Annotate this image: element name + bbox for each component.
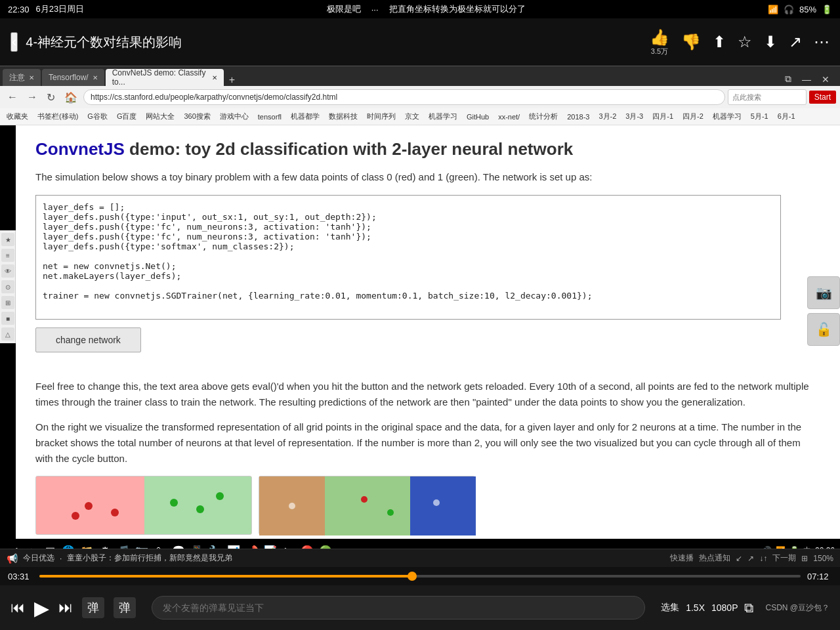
more-button[interactable]: ⋯ (814, 33, 830, 51)
like-button[interactable]: 👍 3.5万 (650, 28, 669, 56)
bookmark-favorites[interactable]: 收藏夹 (4, 111, 31, 122)
bookmark-data[interactable]: 数据科技 (326, 111, 360, 122)
download-button[interactable]: ⬇ (764, 33, 777, 51)
sidebar-icon-grid[interactable]: ⊞ (1, 296, 14, 309)
browser-tab-1[interactable]: 注意 ✕ (3, 69, 41, 86)
notif-btn-3[interactable]: ↗ (747, 554, 754, 563)
sidebar-icon-eye[interactable]: 👁 (1, 264, 14, 278)
preview-right (259, 476, 475, 535)
unlock-icon: 🔓 (816, 322, 832, 337)
dislike-button[interactable]: 👎 (681, 33, 701, 51)
bookmark-apr1[interactable]: 四月-1 (650, 111, 676, 122)
home-button[interactable]: 🏠 (61, 90, 81, 105)
pip-button[interactable]: ⧉ (744, 600, 753, 616)
bookmark-mar2[interactable]: 3月-2 (596, 111, 619, 122)
new-tab-button[interactable]: + (225, 74, 239, 86)
bookmark-ml2[interactable]: 机器学习 (710, 111, 744, 122)
skip-back-button[interactable]: ⏮ (10, 599, 25, 616)
quality-button[interactable]: 1080P (711, 602, 738, 613)
upload-button[interactable]: ⬆ (713, 33, 726, 51)
browser-content: ConvnetJS demo: toy 2d classification wi… (16, 125, 840, 539)
bookmark-2018[interactable]: 2018-3 (564, 112, 592, 121)
bookmark-tf[interactable]: tensorfl (255, 112, 284, 121)
skip-forward-button[interactable]: ⏭ (58, 599, 73, 616)
play-pause-button[interactable]: ▶ (34, 597, 49, 620)
notif-btn-5[interactable]: 下一期 (772, 553, 796, 564)
float-right-buttons: 📷 🔓 (807, 276, 840, 346)
progress-track[interactable] (39, 575, 801, 578)
bookmark-google[interactable]: G谷歌 (85, 111, 110, 122)
speed-button[interactable]: 1.5X (686, 602, 705, 613)
bookmark-mobile[interactable]: 书签栏(移动) (35, 111, 81, 122)
select-episodes-button[interactable]: 选集 (661, 602, 679, 614)
favorite-button[interactable]: ☆ (738, 33, 752, 51)
progress-bar-container: 03:31 07:12 (0, 567, 840, 585)
bookmark-mlstudy[interactable]: 机器学习 (426, 111, 460, 122)
bookmark-may[interactable]: 5月-1 (748, 111, 771, 122)
forward-nav-button[interactable]: → (24, 90, 41, 104)
minimize-button[interactable]: — (798, 73, 815, 86)
bookmark-mar3[interactable]: 3月-3 (623, 111, 646, 122)
bookmark-baidu[interactable]: G百度 (114, 111, 140, 122)
notif-btn-4[interactable]: ↓↑ (759, 554, 767, 563)
lock-button[interactable]: 🔓 (807, 313, 840, 346)
sidebar-icon-2[interactable]: ≡ (1, 249, 14, 262)
svg-rect-1 (144, 476, 252, 535)
bookmark-stats[interactable]: 统计分析 (526, 111, 560, 122)
maximize-button[interactable]: ⧉ (781, 72, 795, 86)
svg-point-2 (85, 502, 93, 510)
page-title: ConvnetJS demo: toy 2d classification wi… (35, 138, 820, 161)
refresh-button[interactable]: ↻ (43, 90, 58, 105)
sidebar-icon-square[interactable]: ■ (1, 312, 14, 325)
screenshot-button[interactable]: 📷 (807, 276, 840, 309)
status-center: 极限是吧 ··· 把直角坐标转换为极坐标就可以分了 (327, 3, 526, 15)
url-bar[interactable] (83, 89, 725, 105)
bookmark-xxnet[interactable]: xx-net/ (495, 112, 522, 121)
sidebar-icon-1[interactable]: ★ (1, 233, 14, 246)
convnetjs-link[interactable]: ConvnetJS (35, 139, 125, 159)
tab-3-close[interactable]: ✕ (212, 74, 217, 81)
browser-tab-3[interactable]: ConvNetJS demo: Classify to... ✕ (106, 69, 224, 86)
tab-2-label: Tensorflow/ (49, 73, 89, 82)
bookmark-games[interactable]: 游戏中心 (217, 111, 251, 122)
sidebar-icon-triangle[interactable]: △ (1, 327, 14, 341)
status-center-left: 极限是吧 (327, 3, 361, 15)
browser-tabs: 注意 ✕ Tensorflow/ ✕ ConvNetJS demo: Class… (0, 66, 840, 86)
bookmark-sites[interactable]: 网站大全 (143, 111, 177, 122)
bookmark-jingwen[interactable]: 京文 (402, 111, 422, 122)
page-title-rest: demo: toy 2d classification with 2-layer… (125, 139, 573, 159)
bookmark-ml[interactable]: 机器都学 (288, 111, 322, 122)
tab-1-label: 注意 (9, 72, 25, 83)
close-window-button[interactable]: ✕ (818, 73, 833, 86)
search-box[interactable] (728, 89, 807, 105)
notif-btn-2[interactable]: ↙ (736, 554, 742, 563)
code-editor[interactable]: layer_defs = []; layer_defs.push({type:'… (35, 195, 781, 320)
tab-1-close[interactable]: ✕ (29, 74, 34, 81)
bookmark-apr2[interactable]: 四月-2 (680, 111, 706, 122)
browser-tab-2[interactable]: Tensorflow/ ✕ (42, 69, 104, 86)
time-total: 07:12 (807, 572, 832, 581)
share-button[interactable]: ↗ (789, 33, 802, 51)
notif-btn-6[interactable]: ⊞ (801, 554, 808, 563)
bookmark-jun[interactable]: 6月-1 (775, 111, 798, 122)
bookmark-360[interactable]: 360搜索 (181, 111, 213, 122)
notif-btn-1[interactable]: 热点通知 (699, 553, 730, 564)
bookmark-time[interactable]: 时间序列 (364, 111, 398, 122)
danmaku-button-1[interactable]: 弹 (82, 597, 104, 618)
status-date: 6月23日周日 (36, 3, 85, 15)
start-button[interactable]: Start (809, 91, 836, 104)
progress-thumb[interactable] (408, 572, 417, 581)
back-button[interactable]: ‹ (10, 32, 18, 52)
sidebar-icon-dot[interactable]: ⊙ (1, 280, 14, 293)
browser-sidebar: ★ ≡ 👁 ⊙ ⊞ ■ △ (0, 230, 16, 343)
danmaku-input[interactable] (152, 596, 645, 620)
danmaku-button-2[interactable]: 弹 (114, 597, 136, 618)
time-current: 03:31 (8, 572, 33, 581)
like-icon: 👍 (650, 28, 669, 47)
fast-play-button[interactable]: 快速播 (670, 553, 694, 564)
bookmark-github[interactable]: GitHub (464, 112, 492, 121)
change-network-button[interactable]: change network (35, 327, 141, 352)
tab-2-close[interactable]: ✕ (93, 74, 98, 81)
back-nav-button[interactable]: ← (4, 90, 21, 104)
camera-icon: 📷 (816, 285, 832, 301)
